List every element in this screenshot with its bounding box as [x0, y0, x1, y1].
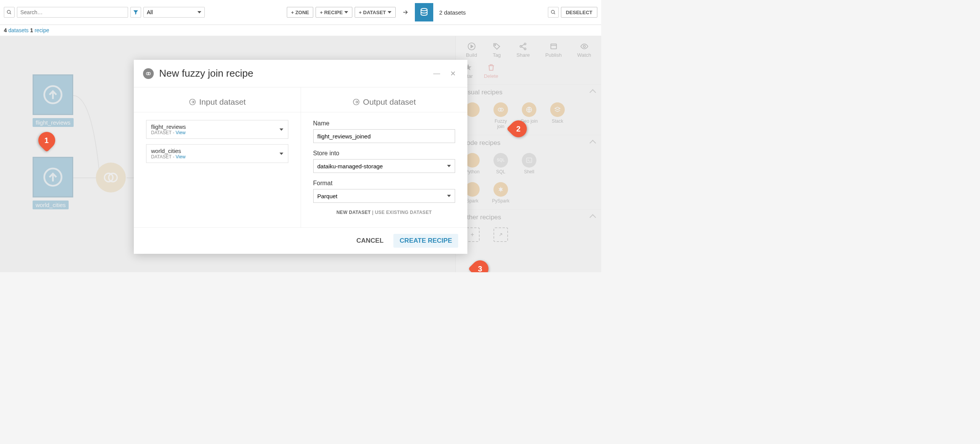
output-column: Output dataset Name Store into dataiku-m… [301, 87, 468, 227]
datasets-link[interactable]: datasets [8, 27, 29, 33]
datasets-count: 2 datasets [439, 9, 466, 16]
modal-title: New fuzzy join recipe [159, 67, 426, 79]
store-into-select[interactable]: dataiku-managed-storage [313, 159, 455, 173]
chevron-down-icon [388, 11, 391, 13]
cancel-button[interactable]: CANCEL [351, 234, 389, 248]
svg-point-0 [7, 10, 10, 13]
input-dataset-1[interactable]: flight_reviews DATASET - View [146, 120, 288, 139]
search-input[interactable] [17, 7, 128, 18]
search-icon [551, 10, 556, 15]
svg-point-3 [551, 10, 554, 13]
top-toolbar: All + ZONE + RECIPE + DATASET 2 datasets… [0, 0, 601, 25]
filter-label: All [147, 9, 153, 15]
input-column: Input dataset flight_reviews DATASET - V… [134, 87, 301, 227]
breadcrumb: 4 datasets 1 recipe [0, 25, 601, 36]
datasets-panel-toggle[interactable] [415, 3, 433, 21]
filter-select[interactable]: All [143, 7, 205, 18]
add-dataset-button[interactable]: + DATASET [355, 7, 396, 18]
panel-search-button[interactable] [548, 7, 559, 18]
chevron-down-icon [344, 11, 348, 13]
existing-dataset-toggle[interactable]: USE EXISTING DATASET [375, 210, 432, 215]
output-heading: Output dataset [363, 97, 416, 107]
chevron-down-icon [447, 165, 451, 167]
svg-line-4 [554, 13, 555, 14]
search-icon [7, 10, 12, 15]
recipe-link[interactable]: recipe [35, 27, 49, 33]
svg-line-1 [10, 13, 11, 14]
format-select[interactable]: Parquet [313, 189, 455, 203]
arrow-into-icon [189, 98, 196, 106]
chevron-down-icon [447, 195, 451, 197]
view-link[interactable]: View [176, 154, 186, 160]
arrow-out-icon [352, 98, 360, 106]
chevron-down-icon [280, 153, 283, 155]
close-button[interactable]: ✕ [448, 69, 458, 78]
store-label: Store into [313, 150, 455, 157]
deselect-button[interactable]: DESELECT [561, 7, 597, 18]
view-link[interactable]: View [176, 130, 186, 135]
arrow-right-icon [402, 9, 409, 16]
collapse-panel-button[interactable] [398, 5, 413, 20]
dataset-mode-toggle: NEW DATASET | USE EXISTING DATASET [313, 210, 455, 215]
name-label: Name [313, 120, 455, 127]
modal-header: New fuzzy join recipe — ✕ [134, 60, 467, 87]
add-recipe-button[interactable]: + RECIPE [316, 7, 352, 18]
chevron-down-icon [197, 11, 201, 13]
format-label: Format [313, 180, 455, 187]
modal-footer: CANCEL CREATE RECIPE [134, 227, 467, 254]
main-area: flight_reviews world_cities Build Tag [0, 36, 601, 272]
minimize-button[interactable]: — [431, 69, 442, 77]
new-dataset-toggle[interactable]: NEW DATASET [336, 210, 371, 215]
filter-icon [133, 9, 139, 15]
add-zone-button[interactable]: + ZONE [287, 7, 313, 18]
svg-point-2 [421, 8, 427, 11]
chevron-down-icon [280, 128, 283, 131]
input-heading: Input dataset [199, 97, 246, 107]
database-icon [419, 8, 429, 17]
input-dataset-2[interactable]: world_cities DATASET - View [146, 144, 288, 163]
search-button[interactable] [4, 7, 15, 18]
create-recipe-button[interactable]: CREATE RECIPE [393, 234, 458, 248]
output-name-input[interactable] [313, 129, 455, 143]
new-recipe-modal: New fuzzy join recipe — ✕ Input dataset … [134, 60, 467, 254]
recipe-type-icon [143, 68, 154, 79]
filter-button[interactable] [130, 7, 141, 18]
